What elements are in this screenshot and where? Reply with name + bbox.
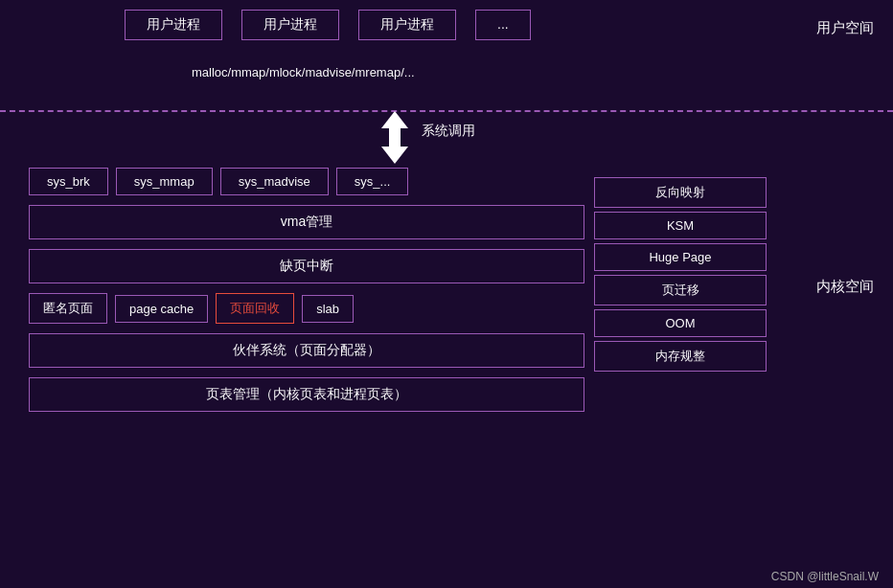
hardware-layer: 硬件层 MMU TLB cache 物理内存 (0, 506, 893, 588)
sys-brk-box: sys_brk (29, 168, 108, 195)
syscall-arrow (374, 111, 416, 167)
buddy-row: 伙伴系统（页面分配器） (29, 333, 584, 368)
page-reclaim-box: 页面回收 (216, 293, 294, 324)
sys-mmap-box: sys_mmap (116, 168, 213, 195)
diagram-container: 用户空间 用户进程 用户进程 用户进程 ... malloc/mmap/mloc… (0, 0, 893, 588)
dashed-separator-1 (0, 110, 893, 112)
svg-rect-1 (389, 128, 401, 147)
page-cache-box: page cache (115, 295, 208, 323)
user-process-1: 用户进程 (125, 10, 222, 40)
user-process-3: 用户进程 (358, 10, 456, 40)
user-processes-row: 用户进程 用户进程 用户进程 ... (125, 10, 531, 40)
user-space-layer: 用户空间 用户进程 用户进程 用户进程 ... malloc/mmap/mloc… (0, 0, 893, 110)
svg-marker-0 (381, 111, 408, 128)
syscall-row: sys_brk sys_mmap sys_madvise sys_... (29, 168, 584, 195)
svg-marker-2 (381, 147, 408, 164)
memory-compact-box: 内存规整 (594, 341, 767, 372)
vma-box: vma管理 (29, 205, 584, 239)
sys-other-box: sys_... (336, 168, 409, 195)
sys-madvise-box: sys_madvise (220, 168, 329, 195)
reverse-mapping-box: 反向映射 (594, 177, 767, 208)
slab-box: slab (302, 295, 354, 323)
user-space-label: 用户空间 (816, 19, 874, 37)
watermark: CSDN @littleSnail.W (771, 570, 879, 583)
user-process-2: 用户进程 (241, 10, 339, 40)
anon-pages-box: 匿名页面 (29, 293, 107, 324)
oom-box: OOM (594, 309, 767, 337)
page-migration-box: 页迁移 (594, 275, 767, 305)
syscall-api-text: malloc/mmap/mlock/madvise/mremap/... (192, 65, 415, 79)
huge-page-box: Huge Page (594, 243, 767, 271)
buddy-system-box: 伙伴系统（页面分配器） (29, 333, 584, 368)
right-panel: 反向映射 KSM Huge Page 页迁移 OOM 内存规整 (594, 177, 767, 372)
ksm-box: KSM (594, 212, 767, 239)
page-table-box: 页表管理（内核页表和进程页表） (29, 377, 584, 412)
kernel-content: sys_brk sys_mmap sys_madvise sys_... vma… (29, 168, 584, 412)
mm-row: 匿名页面 page cache 页面回收 slab (29, 293, 584, 324)
kernel-space-label: 内核空间 (816, 278, 874, 296)
user-process-4: ... (475, 10, 531, 40)
syscall-label: 系统调用 (422, 123, 475, 140)
page-fault-box: 缺页中断 (29, 249, 584, 283)
